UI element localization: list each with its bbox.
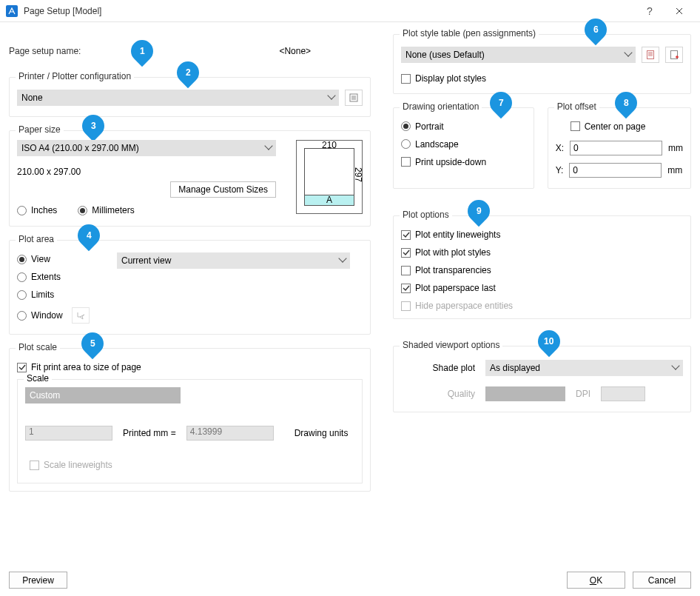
left-column: Page setup name: 1 <None> Printer / Plot… <box>9 30 371 492</box>
plot-area-view-radio[interactable]: View <box>17 254 102 264</box>
callout-4: 4 <box>87 230 92 241</box>
paper-size-title: Paper size <box>16 124 64 135</box>
preview-button[interactable]: Preview <box>9 572 67 589</box>
window-title: Page Setup [Model] <box>24 6 635 16</box>
portrait-radio[interactable]: Portrait <box>401 121 526 132</box>
quality-select <box>485 386 565 401</box>
dialog-body: Page setup name: 1 <None> Printer / Plot… <box>0 22 700 492</box>
orientation-group: Drawing orientation 7 Portrait Landscape… <box>393 107 534 190</box>
callout-5: 5 <box>90 338 95 349</box>
plot-options-group: Plot options 9 Plot entity lineweights P… <box>393 215 691 319</box>
scale-preset-value: Custom <box>30 390 60 401</box>
callout-3: 3 <box>91 121 96 131</box>
printer-value: None <box>21 93 43 103</box>
printer-group-title: Printer / Plotter configuration <box>16 71 134 81</box>
plot-offset-title: Plot offset <box>554 101 599 112</box>
printer-group: Printer / Plotter configuration 2 None <box>9 77 371 117</box>
callout-2: 2 <box>186 67 191 78</box>
units-millimeters-radio[interactable]: Millimeters <box>78 205 134 215</box>
offset-y-label: Y: <box>556 165 564 175</box>
plot-area-limits-radio[interactable]: Limits <box>17 289 102 300</box>
app-icon <box>6 5 18 17</box>
plot-options-title: Plot options <box>400 210 452 220</box>
view-select-value: Current view <box>121 255 171 266</box>
plot-with-styles-checkbox[interactable]: Plot with plot styles <box>401 247 683 258</box>
dpi-label: DPI <box>576 389 590 399</box>
scale-denominator-input: 4.13999 <box>186 426 274 441</box>
offset-x-label: X: <box>556 143 564 153</box>
landscape-radio[interactable]: Landscape <box>401 139 526 150</box>
page-setup-label: Page setup name: <box>9 46 81 56</box>
paper-size-value: ISO A4 (210.00 x 297.00 MM) <box>21 143 139 153</box>
callout-10: 10 <box>544 336 553 346</box>
edit-style-button[interactable] <box>642 47 659 63</box>
plot-style-table-group: Plot style table (pen assignments) 6 Non… <box>393 34 691 94</box>
window-select-button[interactable] <box>72 307 90 324</box>
paper-size-select[interactable]: ISO A4 (210.00 x 297.00 MM) <box>17 140 276 156</box>
plot-area-title: Plot area <box>16 234 57 244</box>
svg-rect-8 <box>671 51 678 59</box>
scale-frame-title: Scale <box>24 373 52 384</box>
plot-paperspace-last-checkbox[interactable]: Plot paperspace last <box>401 283 683 293</box>
paper-preview: 210 A 297 <box>296 140 363 214</box>
upside-down-checkbox[interactable]: Print upside-down <box>401 157 486 167</box>
view-select[interactable]: Current view <box>117 252 350 269</box>
page-setup-value: <None> <box>279 46 311 56</box>
offset-unit-x: mm <box>668 143 683 153</box>
callout-1: 1 <box>140 46 145 56</box>
plot-area-group: Plot area 4 View Extents Limits Window <box>9 240 371 335</box>
offset-unit-y: mm <box>667 165 682 175</box>
shade-plot-select[interactable]: As displayed <box>485 360 683 376</box>
ok-button[interactable]: OK <box>567 572 625 589</box>
right-column: Plot style table (pen assignments) 6 Non… <box>393 30 691 492</box>
offset-x-input[interactable] <box>570 141 662 155</box>
printed-mm-label: Printed mm = <box>123 428 176 438</box>
plot-style-table-title: Plot style table (pen assignments) <box>400 28 539 38</box>
fit-to-page-checkbox[interactable]: Fit print area to size of page <box>17 362 141 372</box>
plot-style-table-select[interactable]: None (uses Default) <box>401 47 636 63</box>
paper-dimensions-label: 210.00 x 297.00 <box>17 167 281 177</box>
display-plot-styles-checkbox[interactable]: Display plot styles <box>401 73 486 84</box>
manage-custom-sizes-button[interactable]: Manage Custom Sizes <box>170 181 276 198</box>
shaded-viewport-group: Shaded viewport options 10 Shade plot As… <box>393 346 691 412</box>
callout-6: 6 <box>593 24 599 35</box>
plot-transparencies-checkbox[interactable]: Plot transparencies <box>401 265 683 275</box>
center-on-page-checkbox[interactable]: Center on page <box>571 121 646 132</box>
drawing-units-label: Drawing units <box>295 428 349 438</box>
scale-preset-select: Custom <box>25 387 181 404</box>
units-inches-radio[interactable]: Inches <box>17 205 57 215</box>
callout-7: 7 <box>499 98 504 108</box>
plot-offset-group: Plot offset 8 Center on page X: mm Y: mm <box>548 107 691 190</box>
scale-numerator-input: 1 <box>25 426 112 441</box>
help-button[interactable]: ? <box>635 1 664 21</box>
scale-lineweights-checkbox: Scale lineweights <box>30 460 112 470</box>
quality-label: Quality <box>401 389 475 399</box>
svg-rect-4 <box>647 51 654 59</box>
plot-lineweights-checkbox[interactable]: Plot entity lineweights <box>401 230 683 240</box>
plot-scale-title: Plot scale <box>16 342 60 352</box>
scale-frame: Scale Custom 1 Printed mm = 4.13999 Draw… <box>17 379 363 483</box>
plot-style-table-value: None (uses Default) <box>405 50 485 60</box>
shade-plot-label: Shade plot <box>401 363 475 373</box>
close-button[interactable] <box>664 1 694 21</box>
orientation-title: Drawing orientation <box>400 101 482 112</box>
callout-8: 8 <box>623 98 628 108</box>
shaded-viewport-title: Shaded viewport options <box>400 340 502 350</box>
callout-9: 9 <box>477 206 482 216</box>
plot-area-window-radio[interactable]: Window <box>17 310 63 321</box>
plot-scale-group: Plot scale 5 Fit print area to size of p… <box>9 348 371 492</box>
new-style-button[interactable] <box>665 47 683 63</box>
paper-size-group: Paper size 3 ISO A4 (210.00 x 297.00 MM)… <box>9 130 371 227</box>
page-setup-row: Page setup name: 1 <None> <box>9 46 371 56</box>
printer-settings-button[interactable] <box>345 90 363 106</box>
plot-area-extents-radio[interactable]: Extents <box>17 272 102 282</box>
printer-select[interactable]: None <box>17 90 339 106</box>
hide-paperspace-checkbox: Hide paperspace entities <box>401 301 683 311</box>
cancel-button[interactable]: Cancel <box>633 572 691 589</box>
dpi-input <box>601 386 645 401</box>
offset-y-input[interactable] <box>569 163 662 178</box>
dialog-footer: Preview OK Cancel <box>9 572 691 589</box>
shade-plot-value: As displayed <box>490 363 540 373</box>
